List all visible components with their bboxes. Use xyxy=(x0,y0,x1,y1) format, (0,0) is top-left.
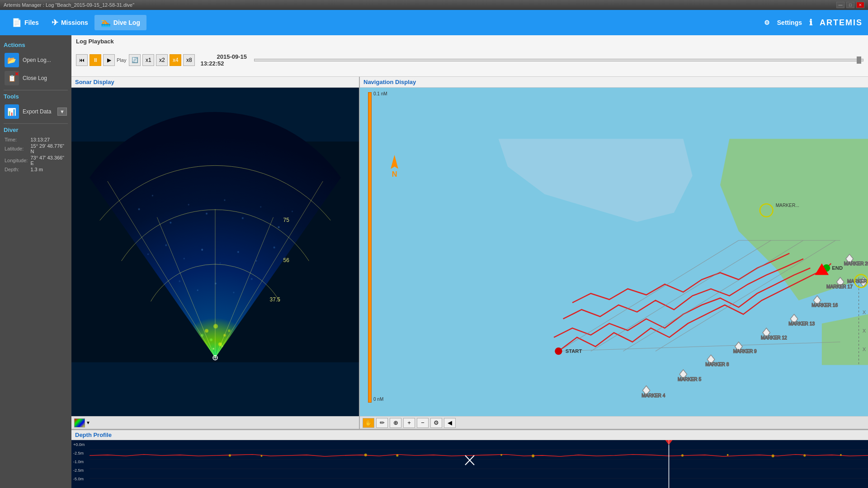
svg-point-4 xyxy=(188,204,189,205)
diver-section-title: Diver xyxy=(4,127,68,133)
speed-x4-button[interactable]: x4 xyxy=(170,54,181,66)
loop-button[interactable]: 🔄 xyxy=(129,54,141,66)
brand-logo: ARTEMIS xyxy=(820,18,863,28)
svg-point-8 xyxy=(260,206,261,207)
depth-value: 1.3 m xyxy=(30,167,67,172)
lat-label: Latitude: xyxy=(5,143,29,154)
depth-panel-title: Depth Profile xyxy=(71,430,868,440)
svg-point-109 xyxy=(803,454,806,456)
nav-bar: 📄 Files ✈ Missions 🏊 Dive Log ⚙ Settings… xyxy=(0,10,868,35)
svg-text:MARKER 9: MARKER 9 xyxy=(733,349,757,354)
svg-point-9 xyxy=(278,226,280,228)
svg-text:-1.0m: -1.0m xyxy=(73,460,84,464)
playback-slider-handle[interactable] xyxy=(857,56,861,64)
missions-icon: ✈ xyxy=(52,18,58,28)
time-value: 13:13:27 xyxy=(30,137,67,142)
export-icon: 📊 xyxy=(5,104,19,119)
svg-text:X: X xyxy=(863,328,866,333)
map-target-button[interactable]: ◀ xyxy=(444,418,456,428)
svg-point-23 xyxy=(179,280,180,282)
play-label: Play xyxy=(117,57,126,63)
divelog-nav-button[interactable]: 🏊 Dive Log xyxy=(94,15,146,30)
sonar-panel: Sonar Display xyxy=(71,77,360,429)
files-icon: 📄 xyxy=(12,18,22,28)
svg-text:MARKER 1: MARKER 1 xyxy=(847,279,868,284)
scale-bottom-label: 0 nM xyxy=(373,397,383,402)
svg-point-103 xyxy=(396,454,398,456)
window-title: Artemis Manager : Log "Beach_2015-09-15_… xyxy=(4,2,836,8)
map-container: 0.1 nM 0 nM xyxy=(360,88,868,416)
files-label: Files xyxy=(24,19,39,26)
lon-value: 73° 47' 43.366" E xyxy=(30,155,67,166)
svg-text:END: END xyxy=(832,265,843,271)
svg-text:MARKER 5: MARKER 5 xyxy=(678,377,701,382)
svg-point-101 xyxy=(260,455,262,457)
svg-point-19 xyxy=(274,247,275,249)
maximize-button[interactable]: □ xyxy=(846,2,854,8)
svg-text:START: START xyxy=(566,348,582,354)
navigation-panel: Navigation Display 0.1 nM 0 nM xyxy=(360,77,868,429)
missions-nav-button[interactable]: ✈ Missions xyxy=(45,15,94,30)
svg-point-24 xyxy=(197,290,198,291)
files-nav-button[interactable]: 📄 Files xyxy=(5,15,45,30)
open-log-icon: 📂 xyxy=(5,53,19,67)
color-palette-button[interactable] xyxy=(74,418,85,427)
close-log-item[interactable]: 📋 ✕ Close Log xyxy=(4,69,68,87)
svg-point-107 xyxy=(727,454,729,456)
minimize-button[interactable]: — xyxy=(836,2,844,8)
open-log-label: Open Log... xyxy=(23,57,51,63)
export-arrow-button[interactable]: ▼ xyxy=(57,108,67,116)
svg-point-100 xyxy=(229,454,231,456)
info-icon: ℹ xyxy=(809,18,812,28)
map-pan-button[interactable]: ✋ xyxy=(363,418,374,428)
navigation-panel-title: Navigation Display xyxy=(360,77,868,88)
settings-icon: ⚙ xyxy=(764,19,770,26)
svg-text:MARKER 8: MARKER 8 xyxy=(705,362,729,367)
svg-text:MARKER 16: MARKER 16 xyxy=(811,303,838,308)
map-zoom-out-button[interactable]: − xyxy=(417,418,429,428)
settings-label[interactable]: Settings xyxy=(777,19,802,26)
export-data-item[interactable]: 📊 Export Data ▼ xyxy=(4,103,68,121)
sidebar: Actions 📂 Open Log... 📋 ✕ Close Log Tool… xyxy=(0,35,71,488)
scale-bar xyxy=(368,92,372,403)
svg-text:-2.5m: -2.5m xyxy=(73,468,84,473)
skip-back-button[interactable]: ⏮ xyxy=(76,54,88,66)
sonar-range-75: 75 xyxy=(283,217,290,223)
pause-button[interactable]: ⏸ xyxy=(90,54,101,66)
open-log-item[interactable]: 📂 Open Log... xyxy=(4,51,68,69)
speed-x8-button[interactable]: x8 xyxy=(183,54,195,66)
svg-point-13 xyxy=(165,244,167,246)
play-button[interactable]: ▶ xyxy=(103,54,115,66)
map-toolbar: ✋ ✏ ⊕ + − ⚙ ◀ xyxy=(360,416,868,429)
svg-point-31 xyxy=(213,324,218,328)
svg-point-27 xyxy=(251,278,253,280)
svg-point-5 xyxy=(206,213,208,215)
scale-top-label: 0.1 nM xyxy=(373,91,387,96)
sonar-toolbar: ▼ xyxy=(71,416,359,429)
missions-label: Missions xyxy=(61,19,88,26)
speed-x2-button[interactable]: x2 xyxy=(156,54,168,66)
color-dropdown-arrow[interactable]: ▼ xyxy=(86,420,90,425)
svg-point-1 xyxy=(138,208,140,210)
svg-text:MARKER 12: MARKER 12 xyxy=(761,335,787,340)
close-log-icon: 📋 ✕ xyxy=(5,71,19,85)
playback-slider[interactable] xyxy=(254,59,863,61)
close-button[interactable]: ✕ xyxy=(856,2,864,8)
map-zoom-fit-button[interactable]: ⊕ xyxy=(390,418,401,428)
svg-text:MARKER 20: MARKER 20 xyxy=(844,261,868,266)
map-zoom-in-button[interactable]: + xyxy=(403,418,415,428)
depth-label: Depth: xyxy=(5,167,29,172)
svg-point-18 xyxy=(255,260,257,262)
svg-point-105 xyxy=(532,455,534,457)
sonar-range-37-5: 37.5 xyxy=(270,296,281,303)
svg-text:-5.0m: -5.0m xyxy=(73,477,84,481)
svg-text:MARKER 13: MARKER 13 xyxy=(788,321,815,326)
svg-point-35 xyxy=(228,329,231,332)
map-draw-button[interactable]: ✏ xyxy=(376,418,388,428)
speed-x1-button[interactable]: x1 xyxy=(142,54,154,66)
title-bar: Artemis Manager : Log "Beach_2015-09-15_… xyxy=(0,0,868,10)
svg-point-104 xyxy=(500,454,502,456)
svg-point-6 xyxy=(224,199,225,201)
svg-text:MARKER...: MARKER... xyxy=(776,203,799,208)
map-settings-button[interactable]: ⚙ xyxy=(430,418,442,428)
